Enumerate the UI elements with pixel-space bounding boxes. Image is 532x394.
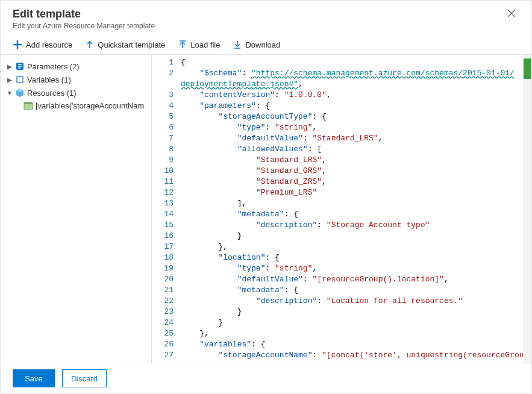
caret-right-icon: ▶: [7, 63, 13, 70]
load-file-icon: [178, 40, 187, 49]
save-button[interactable]: Save: [13, 369, 55, 387]
page-subtitle: Edit your Azure Resource Manager templat…: [13, 22, 155, 30]
quickstart-button[interactable]: Quickstart template: [86, 40, 165, 49]
toolbar: Add resource Quickstart template Load fi…: [1, 35, 531, 55]
main: ▶ Parameters (2) ▶ Variables (1) ▼ Resou…: [1, 55, 531, 363]
tree-item-parameters[interactable]: ▶ Parameters (2): [7, 60, 145, 73]
plus-icon: [13, 40, 22, 49]
discard-button[interactable]: Discard: [62, 369, 107, 387]
download-button[interactable]: Download: [233, 40, 280, 49]
tree-item-variables[interactable]: ▶ Variables (1): [7, 73, 145, 86]
scrollbar-thumb[interactable]: [524, 58, 531, 79]
load-file-button[interactable]: Load file: [178, 40, 220, 49]
add-resource-button[interactable]: Add resource: [13, 40, 72, 49]
resources-icon: [15, 88, 25, 98]
close-icon: [507, 9, 516, 17]
page-title: Edit template: [13, 8, 155, 20]
tree-item-label: [variables('storageAccountNam...: [36, 101, 145, 110]
tree-item-resources[interactable]: ▼ Resources (1): [7, 86, 145, 99]
tree-item-label: Variables (1): [27, 75, 71, 84]
parameters-icon: [15, 61, 25, 71]
code-area[interactable]: { "$schema": "https://schema.management.…: [178, 55, 531, 363]
quickstart-label: Quickstart template: [98, 40, 165, 49]
footer: Save Discard: [1, 363, 531, 393]
caret-down-icon: ▼: [7, 90, 13, 96]
header: Edit template Edit your Azure Resource M…: [1, 1, 531, 35]
svg-rect-4: [24, 102, 33, 104]
download-icon: [233, 40, 242, 49]
upload-arrow-icon: [86, 40, 94, 49]
close-button[interactable]: [504, 8, 519, 19]
load-file-label: Load file: [190, 40, 220, 49]
code-editor[interactable]: 1234567891011121314151617181920212223242…: [151, 55, 531, 363]
vertical-scrollbar[interactable]: [523, 55, 531, 363]
variables-icon: [15, 75, 25, 84]
add-resource-label: Add resource: [26, 40, 72, 49]
tree-item-label: Resources (1): [27, 89, 77, 98]
tree-sidebar: ▶ Parameters (2) ▶ Variables (1) ▼ Resou…: [1, 55, 151, 363]
line-gutter: 1234567891011121314151617181920212223242…: [152, 55, 178, 363]
svg-rect-2: [17, 77, 22, 82]
tree-item-label: Parameters (2): [27, 62, 80, 71]
storage-icon: [23, 102, 33, 110]
tree-item-storage-account[interactable]: [variables('storageAccountNam...: [7, 99, 145, 112]
download-label: Download: [245, 40, 280, 49]
caret-right-icon: ▶: [7, 77, 13, 83]
